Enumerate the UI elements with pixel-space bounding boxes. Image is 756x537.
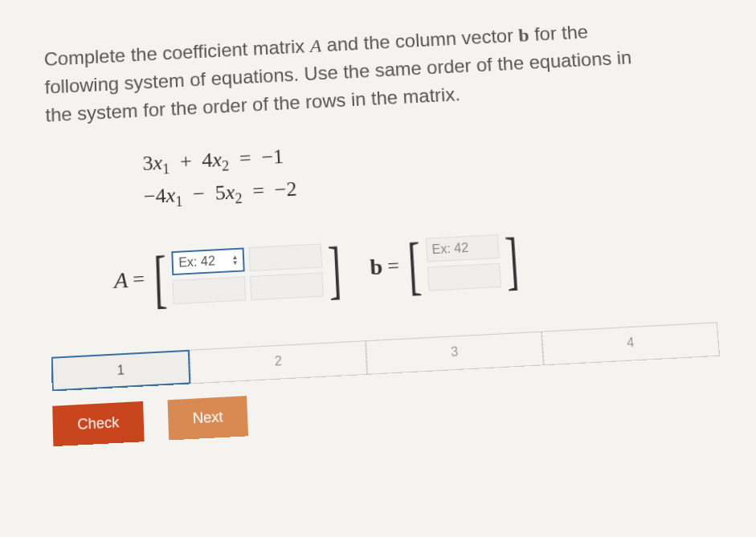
progress-step-2[interactable]: 2: [190, 340, 367, 384]
matrix-A-label: A: [114, 267, 129, 294]
stepper-down-icon[interactable]: ▼: [232, 260, 239, 266]
equals-sign: =: [133, 267, 145, 292]
check-button[interactable]: Check: [52, 401, 144, 446]
matrix-A-group: A = [ Ex: 42 ▲ ▼ ]: [113, 237, 348, 313]
left-bracket-icon: [: [407, 233, 423, 298]
number-stepper-icon[interactable]: ▲ ▼: [231, 254, 239, 266]
prompt-part2: and the column vector: [321, 25, 519, 55]
matrix-A-cell-1-1[interactable]: Ex: 42 ▲ ▼: [172, 247, 245, 275]
left-bracket-icon: [: [153, 246, 168, 311]
right-bracket-icon: ]: [327, 237, 343, 302]
equals-sign: =: [386, 254, 399, 279]
matrix-A-cell-2-1[interactable]: [173, 276, 247, 304]
question-prompt: Complete the coefficient matrix A and th…: [43, 15, 650, 130]
right-bracket-icon: ]: [504, 228, 521, 293]
vector-b-label: b: [370, 254, 383, 280]
progress-step-4[interactable]: 4: [541, 322, 720, 365]
progress-step-3[interactable]: 3: [366, 332, 544, 375]
matrix-A-cell-1-2[interactable]: [249, 243, 323, 271]
cell-placeholder: Ex: 42: [178, 254, 215, 270]
next-button[interactable]: Next: [168, 396, 249, 440]
vector-b-cell-1[interactable]: Ex: 42: [426, 234, 500, 262]
cell-placeholder: Ex: 42: [431, 241, 468, 257]
system-of-equations: 3x1 + 4x2 = −1 −4x1 − 5x2 = −2: [142, 120, 706, 215]
vector-b-group: b = [ Ex: 42 ]: [368, 228, 525, 300]
matrix-A-cell-2-2[interactable]: [250, 272, 324, 300]
progress-step-1[interactable]: 1: [51, 350, 191, 392]
vector-b-cell-2[interactable]: [427, 263, 501, 291]
